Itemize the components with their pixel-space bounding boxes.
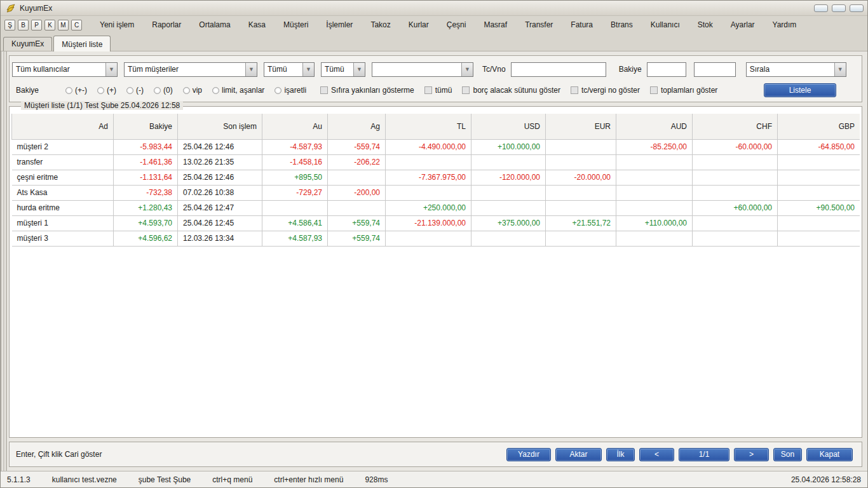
menu-item[interactable]: Masraf bbox=[475, 18, 516, 32]
filter-checkbox[interactable]: borç alacak sütunu göster bbox=[462, 86, 560, 95]
bakiye-cell: +4.596,62 bbox=[114, 231, 178, 246]
quick-button[interactable]: C bbox=[71, 20, 82, 30]
hint-text: Enter, Çift klik Cari göster bbox=[16, 450, 102, 459]
menu-item[interactable]: Kasa bbox=[240, 18, 275, 32]
listele-button[interactable]: Listele bbox=[764, 83, 836, 97]
balance-filter-radio[interactable]: işaretli bbox=[275, 86, 306, 95]
menu-item[interactable]: İşlemler bbox=[317, 18, 362, 32]
usd-cell: -120.000,00 bbox=[471, 170, 546, 185]
table-row[interactable]: müşteri 2 -5.983,44 25.04.26 12:46 -4.58… bbox=[12, 139, 860, 154]
pager-button[interactable]: Kapat bbox=[806, 448, 853, 461]
pager-button[interactable]: Yazdır bbox=[506, 448, 551, 461]
menu-item[interactable]: Ortalama bbox=[190, 18, 239, 32]
quick-button[interactable]: B bbox=[18, 20, 29, 30]
menu-item[interactable]: Ayarlar bbox=[722, 18, 764, 32]
pager-button[interactable]: Aktar bbox=[555, 448, 602, 461]
tab-kuyumex[interactable]: KuyumEx bbox=[3, 37, 52, 51]
menu-item[interactable]: Btrans bbox=[602, 18, 642, 32]
column-header[interactable]: EUR bbox=[546, 114, 616, 139]
pager-buttons: YazdırAktarİlk<1/1>SonKapat bbox=[506, 448, 853, 461]
menu-item[interactable]: Kullanıcı bbox=[642, 18, 689, 32]
chf-cell bbox=[693, 170, 778, 185]
filter-checkbox[interactable]: Sıfıra yakınları gösterme bbox=[320, 86, 414, 95]
chf-cell: +60.000,00 bbox=[693, 200, 778, 215]
table-row[interactable]: transfer -1.461,36 13.02.26 21:35 -1.458… bbox=[12, 154, 860, 170]
menu-item[interactable]: Çeşni bbox=[438, 18, 475, 32]
close-button[interactable] bbox=[850, 4, 864, 12]
menu-item[interactable]: Stok bbox=[689, 18, 722, 32]
bakiye-max-input[interactable] bbox=[694, 62, 736, 77]
chf-cell bbox=[693, 231, 778, 246]
user-dropdown[interactable]: Tüm kullanıcılar ▼ bbox=[12, 62, 118, 77]
column-header[interactable]: GBP bbox=[778, 114, 860, 139]
tl-cell bbox=[386, 231, 471, 246]
bakiye-cell: +4.593,70 bbox=[114, 215, 178, 231]
balance-filter-radio[interactable]: limit, aşanlar bbox=[212, 86, 264, 95]
window-title: KuyumEx bbox=[20, 4, 52, 13]
column-header[interactable]: Ag bbox=[328, 114, 386, 139]
bakiye-min-input[interactable] bbox=[647, 62, 686, 77]
menu-item[interactable]: Kurlar bbox=[400, 18, 438, 32]
column-header[interactable]: TL bbox=[386, 114, 471, 139]
quick-button[interactable]: Ş bbox=[4, 20, 15, 30]
column-header[interactable]: Son işlem bbox=[178, 114, 262, 139]
chf-cell bbox=[693, 215, 778, 231]
menu-item[interactable]: Raporlar bbox=[143, 18, 190, 32]
tcvno-input[interactable] bbox=[511, 62, 606, 77]
balance-filter-radio[interactable]: vip bbox=[183, 86, 202, 95]
status-user: kullanıcı test.vezne bbox=[52, 475, 117, 484]
table-row[interactable]: müşteri 3 +4.596,62 12.03.26 13:34 +4.58… bbox=[12, 231, 860, 246]
pager-button[interactable]: < bbox=[639, 448, 674, 461]
ag-cell bbox=[328, 170, 386, 185]
column-header[interactable]: Ad bbox=[12, 114, 114, 139]
balance-filter-radio[interactable]: (+-) bbox=[65, 86, 87, 95]
sort-dropdown[interactable]: Sırala ▼ bbox=[746, 62, 846, 77]
column-header[interactable]: CHF bbox=[693, 114, 778, 139]
customer-name-cell: hurda eritme bbox=[12, 200, 114, 215]
menu-item[interactable]: Müşteri bbox=[275, 18, 317, 32]
type-dropdown[interactable]: Tümü ▼ bbox=[264, 62, 315, 77]
menu-item[interactable]: Yeni işlem bbox=[91, 18, 143, 32]
customer-dropdown[interactable]: Tüm müşteriler ▼ bbox=[124, 62, 257, 77]
menu-item[interactable]: Fatura bbox=[562, 18, 602, 32]
pager-button[interactable]: > bbox=[734, 448, 769, 461]
quick-button[interactable]: M bbox=[58, 20, 69, 30]
quick-button[interactable]: P bbox=[31, 20, 42, 30]
column-header[interactable]: AUD bbox=[616, 114, 693, 139]
eur-cell bbox=[546, 185, 616, 200]
balance-filter-radio[interactable]: (-) bbox=[126, 86, 144, 95]
table-row[interactable]: çeşni eritme -1.131,64 25.04.26 12:46 +8… bbox=[12, 170, 860, 185]
maximize-button[interactable] bbox=[832, 4, 846, 12]
minimize-button[interactable] bbox=[814, 4, 828, 12]
radio-icon bbox=[275, 87, 281, 94]
filter-checkboxes: Sıfıra yakınları gösterme tümü borç alac… bbox=[320, 86, 728, 95]
groupbox-title: Müşteri liste (1/1) Test Şube 25.04.2026… bbox=[21, 101, 183, 110]
splitter-grip[interactable] bbox=[1, 51, 7, 471]
table-row[interactable]: müşteri 1 +4.593,70 25.04.26 12:45 +4.58… bbox=[12, 215, 860, 231]
pager-button[interactable]: 1/1 bbox=[679, 448, 729, 461]
balance-filter-radio[interactable]: (+) bbox=[97, 86, 116, 95]
status-latency: 928ms bbox=[365, 475, 388, 484]
menu-item[interactable]: Yardım bbox=[764, 18, 806, 32]
aud-cell bbox=[616, 170, 693, 185]
table-row[interactable]: Ats Kasa -732,38 07.02.26 10:38 -729,27 … bbox=[12, 185, 860, 200]
menu-item[interactable]: Takoz bbox=[362, 18, 399, 32]
pager-button[interactable]: Son bbox=[773, 448, 802, 461]
quick-button[interactable]: K bbox=[44, 20, 55, 30]
menu-bar: ŞBPKMC Yeni işlemRaporlarOrtalamaKasaMüş… bbox=[1, 16, 867, 34]
filter-checkbox[interactable]: tc/vergi no göster bbox=[571, 86, 640, 95]
group-dropdown[interactable]: Tümü ▼ bbox=[321, 62, 365, 77]
menu-item[interactable]: Transfer bbox=[516, 18, 562, 32]
extra-dropdown[interactable]: ▼ bbox=[372, 62, 473, 77]
bottom-panel: Enter, Çift klik Cari göster YazdırAktar… bbox=[9, 442, 862, 467]
column-header[interactable]: Bakiye bbox=[114, 114, 178, 139]
filter-checkbox[interactable]: tümü bbox=[424, 86, 452, 95]
table-row[interactable]: hurda eritme +1.280,43 25.04.26 12:47 +2… bbox=[12, 200, 860, 215]
column-header[interactable]: Au bbox=[262, 114, 328, 139]
balance-filter-radio[interactable]: (0) bbox=[154, 86, 173, 95]
column-header[interactable]: USD bbox=[471, 114, 546, 139]
status-branch: şube Test Şube bbox=[139, 475, 191, 484]
tab-musteri-liste[interactable]: Müşteri liste bbox=[53, 36, 111, 51]
filter-checkbox[interactable]: toplamları göster bbox=[650, 86, 717, 95]
pager-button[interactable]: İlk bbox=[606, 448, 635, 461]
